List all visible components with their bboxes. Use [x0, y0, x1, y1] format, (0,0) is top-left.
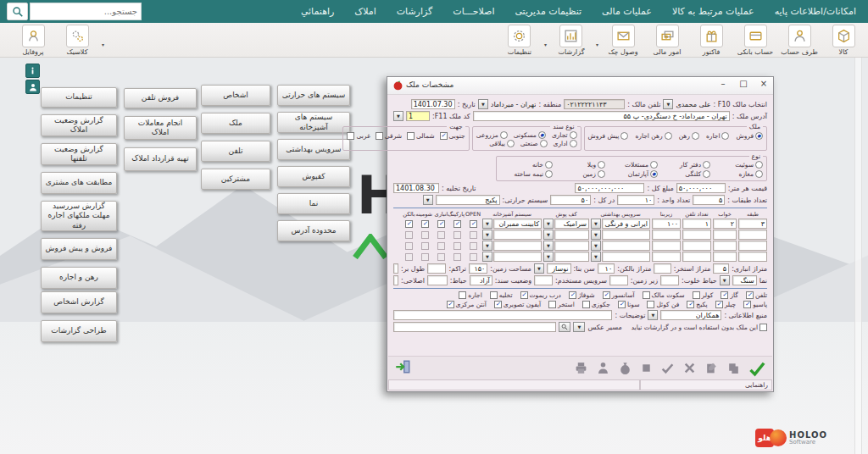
panel-persons-button[interactable]: اشخاص [201, 85, 270, 106]
radio-estate-units[interactable]: مستغلات [605, 161, 658, 169]
panel-phone-status-report-button[interactable]: گزارش وضعیت تلفنها [41, 143, 117, 165]
panel-sale-presale-button[interactable]: فروش و پیش فروش [41, 238, 117, 260]
panel-estate-contract-button[interactable]: تهیه قرارداد املاک [124, 147, 197, 171]
panel-report-designer-button[interactable]: طراحی گزارشات [41, 320, 117, 342]
radio-house[interactable]: خانه [500, 161, 553, 169]
amenity-package-heater[interactable]: پکیج✓ [687, 301, 707, 308]
dropdown-arrow[interactable]: ▾ [596, 42, 598, 47]
info-source-dropdown[interactable] [648, 310, 658, 320]
balcony-checkbox[interactable]: ✓ [405, 220, 413, 228]
radio-presale[interactable]: پیش فروش [588, 132, 629, 140]
deed-status-field[interactable]: آزاد [470, 275, 492, 285]
exit-button[interactable] [395, 358, 412, 379]
amenity-central-antenna[interactable]: آنتن مرکزی✓ [447, 301, 487, 308]
land-area-field[interactable]: ۱۵۰ [469, 263, 487, 274]
menu-financial-operations[interactable]: عملیات مالی [602, 6, 652, 17]
wc-type-field[interactable]: ایرانی و فرنگی [602, 219, 650, 229]
facade-field[interactable]: سنگ [732, 275, 757, 285]
flooring-field[interactable]: سرامیک [554, 219, 589, 229]
panel-facade-button[interactable]: نما [277, 193, 350, 214]
checkbox-east[interactable]: شرقی [376, 132, 402, 140]
radio-sale[interactable]: ●فروش [736, 132, 763, 140]
density-field[interactable] [427, 263, 446, 274]
radio-agricultural[interactable]: مزروعی [476, 131, 508, 139]
print-icon[interactable] [574, 361, 588, 375]
amenity-owner-silence[interactable]: سکوت مالک [643, 291, 685, 299]
toolbar-invoice-button[interactable]: فاکتور [692, 25, 731, 56]
panel-rent-due-report-button[interactable]: گزارش سررسید مهلت ملکهای اجاره رفته [41, 201, 117, 231]
radio-office-kind[interactable]: دفتر کار [658, 161, 710, 169]
money-bag-icon[interactable] [618, 361, 632, 375]
amenity-gas[interactable]: گاز✓ [721, 291, 737, 299]
toolbar-finance-button[interactable]: امور مالی [648, 25, 687, 56]
toolbar-account-party-button[interactable]: طرف حساب [780, 25, 819, 56]
minimize-icon[interactable]: – [717, 79, 729, 88]
amenity-chiller[interactable]: چیلر✓ [715, 301, 737, 308]
radio-half-built[interactable]: نیمه ساخته [500, 170, 553, 178]
radio-land[interactable]: زمین [553, 170, 605, 178]
menu-real-estate[interactable]: املاک [354, 6, 376, 17]
confirm-icon[interactable] [660, 361, 675, 375]
unused-property-checkbox[interactable]: این ملک بدون استفاده است و در گزارشات نی… [632, 324, 767, 331]
panel-persons-report-button[interactable]: گزارش اشخاص [41, 291, 117, 313]
property-code-field[interactable]: 1 [406, 111, 430, 121]
dropdown-arrow[interactable]: ▾ [544, 42, 547, 47]
units-count-field[interactable]: ۱۰ [617, 195, 654, 205]
panel-phone-button[interactable]: تلفن [201, 141, 270, 162]
radio-countryside[interactable]: ییلاقی [489, 140, 515, 147]
search-input[interactable] [30, 3, 142, 20]
info-button[interactable] [25, 64, 40, 78]
property-code-dropdown[interactable] [393, 111, 403, 121]
radio-shop[interactable]: مغازه [710, 170, 763, 178]
panel-address-range-button[interactable]: محدوده آدرس [277, 220, 350, 241]
radio-rent[interactable]: اجاره [706, 132, 730, 140]
amenity-fan-coil[interactable]: فن کوئل [647, 301, 679, 308]
person-record-icon[interactable] [596, 361, 610, 375]
amenity-phone[interactable]: تلفن✓ [746, 291, 767, 299]
amenity-pool[interactable]: استخر [548, 301, 575, 308]
amenity-elevator[interactable]: آسانسور✓ [603, 291, 635, 299]
radio-villa[interactable]: ویلا [553, 161, 605, 169]
servant-wc-field[interactable] [534, 275, 553, 285]
menu-management-settings[interactable]: تنظیمات مدیریتی [515, 6, 581, 17]
heating-system-field[interactable]: پکیج [436, 195, 500, 205]
radio-office-use[interactable]: اداری [554, 140, 577, 147]
price-per-meter-field[interactable]: ۵۰,۰۰۰,۰۰۰ [676, 183, 726, 193]
radio-industrial[interactable]: صنعتی [520, 140, 548, 147]
image-browse-button[interactable] [573, 322, 585, 332]
toolbar-goods-button[interactable]: کالا [824, 25, 863, 56]
flooring-dropdown[interactable] [543, 219, 554, 229]
kitchen-dropdown[interactable] [482, 219, 492, 229]
cancel-icon[interactable] [682, 361, 697, 375]
panel-phone-sale-button[interactable]: فروش تلفن [124, 88, 197, 108]
built-area-field[interactable]: ۱۰۰ [652, 219, 681, 229]
checkbox-west[interactable]: غربی [347, 132, 370, 140]
building-age-dropdown[interactable] [534, 263, 544, 274]
menu-basic-info[interactable]: امکانات/اطلاعات پایه [775, 6, 856, 17]
storage-checkbox[interactable]: ✓ [437, 220, 445, 228]
close-icon[interactable]: × [758, 79, 770, 88]
basement-field[interactable] [609, 275, 628, 285]
backyard-field[interactable] [660, 275, 679, 285]
menu-reports[interactable]: گزارشات [397, 6, 433, 17]
stop-square-icon[interactable] [640, 362, 653, 374]
yard-field[interactable] [427, 275, 448, 285]
facade-dropdown[interactable] [720, 275, 730, 285]
open-checkbox[interactable]: ✓ [470, 220, 477, 228]
image-path-field[interactable] [393, 322, 556, 332]
copy-stack-icon[interactable] [726, 361, 741, 375]
panel-estate-status-report-button[interactable]: گزارش وضعیت املاک [41, 114, 117, 136]
amenity-patio[interactable]: پاسیو✓ [743, 301, 767, 308]
front-length-field[interactable] [393, 263, 398, 274]
panel-wc-button[interactable]: سرویس بهداشتی [277, 139, 350, 160]
panel-property-button[interactable]: ملک [201, 113, 270, 134]
maximize-icon[interactable]: □ [737, 79, 749, 88]
storage-size-field[interactable]: ۵ [713, 263, 729, 274]
balcony-size-field[interactable]: ۱۰ [598, 263, 615, 274]
radio-suite[interactable]: سوئیت [710, 161, 763, 169]
panel-estate-deals-button[interactable]: انجام معاملات املاک [124, 116, 197, 140]
phone-lines-field[interactable]: ۱ [682, 219, 711, 229]
toolbar-reports-button[interactable]: گزارشات [552, 25, 591, 56]
panel-settings-button[interactable]: تنظیمات [41, 87, 117, 108]
toolbar-profile-button[interactable]: پروفایل [14, 25, 53, 56]
